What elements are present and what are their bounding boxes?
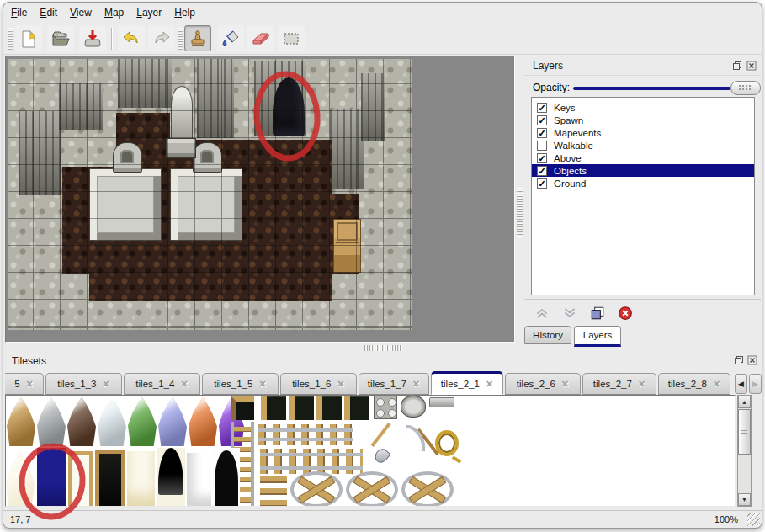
layer-visibility-checkbox[interactable]: ✓ — [537, 153, 547, 163]
orange-crystal[interactable] — [189, 397, 217, 446]
door-frame-light[interactable] — [68, 451, 93, 507]
layer-row-keys[interactable]: ✓Keys — [532, 101, 754, 114]
toolbar-grip[interactable] — [8, 28, 13, 50]
wood-frame-corner[interactable] — [231, 396, 254, 420]
tileset-tab-tiles_1_7[interactable]: tiles_1_7✕ — [359, 373, 429, 395]
resize-grip[interactable] — [747, 513, 760, 526]
close-tab-icon[interactable]: ✕ — [412, 379, 420, 390]
float-tilesets-button[interactable] — [733, 354, 744, 365]
tileset-tab-tiles_2_8[interactable]: tiles_2_8✕ — [658, 373, 730, 395]
close-tab-icon[interactable]: ✕ — [337, 379, 344, 390]
track-horizontal[interactable] — [258, 424, 353, 445]
menu-help[interactable]: Help — [174, 7, 195, 19]
tileset-tab-tiles_2_7[interactable]: tiles_2_7✕ — [582, 373, 656, 395]
gold-crystal[interactable] — [7, 397, 35, 446]
green-crystal[interactable] — [128, 397, 157, 446]
track-curve[interactable] — [346, 471, 398, 507]
menu-map[interactable]: Map — [104, 7, 124, 19]
close-tab-icon[interactable]: ✕ — [486, 379, 493, 390]
rect-select-tool-button[interactable] — [278, 25, 305, 51]
dark-blue-selected-tile[interactable] — [37, 448, 66, 507]
scroll-down-button[interactable]: ▼ — [738, 493, 751, 506]
tab-scroll-right-button[interactable]: ▶ — [749, 374, 762, 394]
layer-row-ground[interactable]: ✓Ground — [532, 177, 754, 189]
tab-scroll-left-button[interactable]: ◀ — [735, 374, 747, 394]
duplicate-layer-button[interactable] — [587, 303, 608, 323]
tileset-tab-tiles_2_6[interactable]: tiles_2_6✕ — [505, 373, 581, 395]
close-tab-icon[interactable]: ✕ — [638, 379, 645, 390]
new-file-button[interactable] — [15, 25, 42, 51]
opacity-slider[interactable] — [573, 87, 730, 90]
close-tab-icon[interactable]: ✕ — [258, 379, 266, 390]
pale-rock[interactable] — [6, 450, 35, 507]
layer-visibility-checkbox[interactable]: ✓ — [537, 178, 547, 189]
periwinkle-crystal[interactable] — [158, 397, 187, 446]
tileset-canvas[interactable] — [5, 395, 736, 507]
redo-button[interactable] — [148, 25, 175, 51]
layer-visibility-checkbox[interactable]: ✓ — [537, 103, 547, 113]
tileset-tab-tiles_1_4[interactable]: tiles_1_4✕ — [124, 373, 200, 395]
layer-row-mapevents[interactable]: ✓Mapevents — [532, 126, 754, 139]
delete-layer-button[interactable] — [614, 303, 636, 323]
layer-row-above[interactable]: ✓Above — [532, 152, 754, 164]
dock-tab-layers[interactable]: Layers — [574, 326, 621, 347]
metal-plate[interactable] — [429, 397, 454, 407]
tileset-tab-tiles_1_6[interactable]: tiles_1_6✕ — [280, 373, 357, 395]
ice-crystal[interactable] — [98, 397, 126, 446]
scroll-up-button[interactable]: ▲ — [738, 396, 751, 408]
tileset-tab-5[interactable]: 5✕ — [5, 373, 44, 395]
layer-list[interactable]: ✓Keys✓Spawn✓MapeventsWalkable✓Above✓Obje… — [531, 97, 755, 295]
door-frame-dark[interactable] — [95, 450, 125, 507]
fill-tool-button[interactable] — [217, 25, 244, 51]
track-curve[interactable] — [401, 471, 454, 507]
cream-tile[interactable] — [127, 451, 155, 507]
layer-row-spawn[interactable]: ✓Spawn — [532, 114, 754, 126]
close-tab-icon[interactable]: ✕ — [26, 379, 34, 390]
silver-crystal[interactable] — [37, 397, 66, 446]
move-layer-down-button[interactable] — [559, 303, 581, 323]
brown-crystal[interactable] — [67, 397, 96, 446]
black-arch[interactable] — [213, 448, 240, 507]
stamp-tool-button[interactable] — [184, 25, 211, 51]
tileset-tab-tiles_2_1[interactable]: tiles_2_1✕ — [431, 371, 503, 395]
pickaxe[interactable] — [403, 423, 428, 471]
layer-row-objects[interactable]: ✓Objects — [532, 164, 754, 177]
wood-beam-cell[interactable] — [316, 396, 342, 420]
undo-button[interactable] — [118, 25, 145, 51]
cave-mouth[interactable] — [157, 448, 185, 507]
open-file-button[interactable] — [47, 25, 74, 51]
wood-ties[interactable] — [260, 476, 287, 507]
tileset-tab-tiles_1_5[interactable]: tiles_1_5✕ — [202, 373, 279, 395]
layer-row-walkable[interactable]: Walkable — [532, 139, 754, 152]
layer-visibility-checkbox[interactable]: ✓ — [537, 128, 547, 138]
white-tile[interactable] — [187, 453, 211, 507]
wood-beam-cell[interactable] — [261, 396, 286, 420]
save-file-button[interactable] — [79, 25, 106, 51]
shovel[interactable] — [374, 423, 399, 471]
menu-edit[interactable]: Edit — [40, 7, 57, 19]
eraser-tool-button[interactable] — [247, 25, 274, 51]
close-dock-button[interactable] — [746, 60, 757, 71]
close-tab-icon[interactable]: ✕ — [102, 379, 109, 390]
close-tab-icon[interactable]: ✕ — [713, 379, 720, 390]
tileset-tab-tiles_1_3[interactable]: tiles_1_3✕ — [45, 373, 122, 395]
track-horizontal[interactable] — [260, 449, 363, 474]
menu-view[interactable]: View — [70, 7, 92, 19]
vertical-splitter[interactable] — [517, 188, 523, 238]
layer-visibility-checkbox[interactable] — [537, 141, 547, 151]
skull-pillar-top[interactable] — [374, 396, 397, 419]
close-tab-icon[interactable]: ✕ — [561, 379, 569, 390]
rope-coil[interactable] — [432, 425, 462, 466]
move-layer-up-button[interactable] — [531, 303, 553, 323]
scrollbar-thumb[interactable] — [738, 409, 751, 455]
track-cross-wheel[interactable] — [290, 471, 343, 507]
menu-layer[interactable]: Layer — [136, 7, 162, 19]
wood-beam-cell[interactable] — [289, 396, 314, 420]
map-canvas[interactable] — [8, 59, 412, 330]
opacity-slider-handle[interactable] — [730, 81, 761, 95]
map-viewport[interactable] — [5, 56, 515, 343]
layer-visibility-checkbox[interactable]: ✓ — [537, 115, 547, 125]
layer-visibility-checkbox[interactable]: ✓ — [537, 166, 547, 176]
stone-barrel-top[interactable] — [401, 396, 426, 418]
wood-beam-cell[interactable] — [344, 396, 369, 420]
